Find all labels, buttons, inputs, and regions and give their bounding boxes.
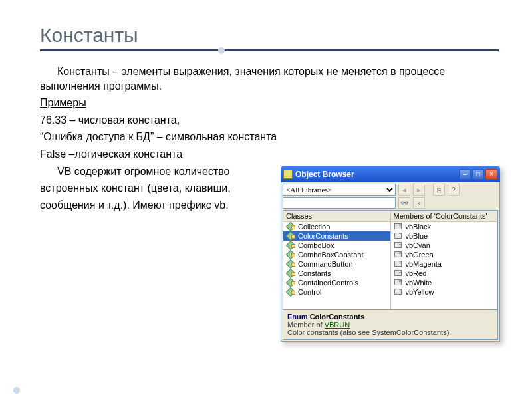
const-icon (394, 223, 403, 231)
example-line: 76.33 – числовая константа, (40, 113, 499, 128)
classes-header[interactable]: Classes (283, 211, 390, 222)
list-item-label: vbBlue (406, 232, 428, 240)
back-button[interactable]: ◄ (398, 184, 410, 196)
members-header[interactable]: Members of 'ColorConstants' (391, 211, 498, 222)
list-item-label: vbGreen (406, 251, 434, 259)
const-icon (394, 260, 403, 268)
class-icon (286, 269, 295, 277)
details-panel: Enum ColorConstants Member of VBRUN Colo… (283, 310, 498, 340)
close-button[interactable]: × (485, 169, 497, 180)
slide-title: Константы (40, 24, 499, 47)
list-item[interactable]: vbMagenta (391, 259, 498, 269)
window-title: Object Browser (295, 170, 456, 179)
title-rule (40, 49, 499, 51)
search-toolbar: 👓 » (283, 197, 498, 209)
list-item[interactable]: vbRed (391, 269, 498, 278)
class-icon (286, 279, 295, 287)
list-item-label: CommandButton (298, 260, 353, 268)
list-item[interactable]: ComboBox (283, 241, 390, 250)
const-icon (394, 232, 403, 240)
list-item[interactable]: vbYellow (391, 287, 498, 297)
list-item-label: vbCyan (406, 241, 430, 249)
binoculars-icon[interactable]: 👓 (398, 197, 410, 209)
list-item[interactable]: CommandButton (283, 259, 390, 269)
members-items[interactable]: vbBlackvbBluevbCyanvbGreenvbMagentavbRed… (391, 222, 498, 309)
list-item-label: vbWhite (406, 279, 432, 287)
copy-button[interactable]: ⎘ (433, 184, 445, 196)
list-item[interactable]: Collection (283, 222, 390, 231)
show-results-button[interactable]: » (413, 197, 425, 209)
library-select[interactable]: <All Libraries> (283, 184, 396, 196)
list-item-label: Constants (298, 269, 331, 277)
classes-list: Classes CollectionColorConstantsComboBox… (283, 211, 390, 309)
list-item[interactable]: ComboBoxConstant (283, 250, 390, 259)
slide-footer (0, 386, 532, 394)
class-icon (286, 260, 295, 268)
const-icon (394, 288, 403, 296)
member-of-link[interactable]: VBRUN (325, 321, 350, 329)
members-list: Members of 'ColorConstants' vbBlackvbBlu… (390, 211, 498, 309)
class-icon (286, 251, 295, 259)
class-icon (286, 223, 295, 231)
search-input[interactable] (283, 197, 396, 209)
list-item[interactable]: ContainedControls (283, 278, 390, 287)
list-item[interactable]: vbCyan (391, 241, 498, 250)
library-toolbar: <All Libraries> ◄ ► ⎘ ? (283, 184, 498, 196)
list-item-label: Control (298, 288, 321, 296)
list-item-label: Collection (298, 223, 330, 231)
examples-heading: Примеры (40, 96, 499, 110)
example-line: False –логическая константа (40, 147, 499, 162)
browser-lists: Classes CollectionColorConstantsComboBox… (283, 210, 498, 310)
list-item-label: ColorConstants (298, 232, 348, 240)
list-item-label: ContainedControls (298, 279, 358, 287)
const-icon (394, 251, 403, 259)
const-icon (394, 241, 403, 249)
class-icon (286, 288, 295, 296)
member-of-label: Member of (287, 321, 323, 329)
window-titlebar[interactable]: Object Browser – □ × (281, 166, 500, 182)
list-item[interactable]: ColorConstants (283, 231, 390, 241)
list-item-label: vbYellow (406, 288, 434, 296)
const-icon (394, 279, 403, 287)
maximize-button[interactable]: □ (472, 169, 484, 180)
list-item[interactable]: vbBlue (391, 231, 498, 241)
details-description: Color constants (also see SystemColorCon… (287, 329, 493, 336)
classes-items[interactable]: CollectionColorConstantsComboBoxComboBox… (283, 222, 390, 309)
example-line: “Ошибка доступа к БД” – символьная конст… (40, 130, 499, 144)
list-item-label: vbBlack (406, 223, 432, 231)
list-item[interactable]: vbGreen (391, 250, 498, 259)
sig-keyword: Enum (287, 313, 308, 321)
forward-button[interactable]: ► (413, 184, 425, 196)
class-icon (286, 241, 295, 249)
object-browser-window: Object Browser – □ × <All Libraries> ◄ ►… (281, 166, 500, 342)
definition: Константы – элементы выражения, значения… (40, 65, 499, 93)
class-icon (286, 232, 295, 240)
minimize-button[interactable]: – (459, 169, 471, 180)
sig-name: ColorConstants (310, 313, 365, 321)
const-icon (394, 269, 403, 277)
list-item[interactable]: Constants (283, 269, 390, 278)
list-item-label: vbMagenta (406, 260, 442, 268)
window-sys-icon (283, 170, 293, 179)
list-item[interactable]: vbWhite (391, 278, 498, 287)
list-item-label: ComboBoxConstant (298, 251, 363, 259)
help-button[interactable]: ? (448, 184, 460, 196)
list-item[interactable]: Control (283, 287, 390, 297)
list-item[interactable]: vbBlack (391, 222, 498, 231)
list-item-label: vbRed (406, 269, 427, 277)
list-item-label: ComboBox (298, 241, 334, 249)
